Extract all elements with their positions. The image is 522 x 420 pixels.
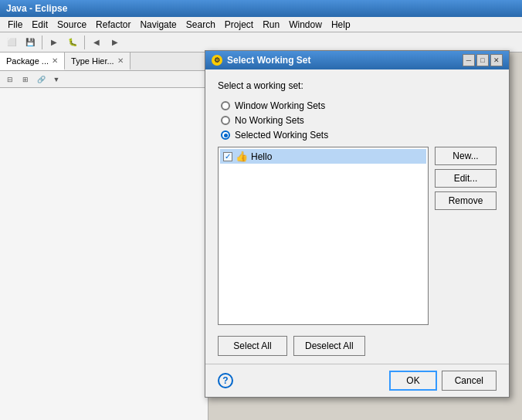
cancel-button[interactable]: Cancel [442, 371, 497, 391]
select-all-button[interactable]: Select All [218, 336, 287, 356]
radio-group: Window Working Sets No Working Sets Sele… [221, 100, 497, 141]
tab-typehier-label: Type Hier... [71, 56, 114, 66]
side-buttons: New... Edit... Remove [435, 147, 497, 325]
toolbar-run[interactable]: ▶ [46, 34, 63, 51]
tab-typehier-close-icon[interactable]: ✕ [117, 56, 124, 65]
menu-run[interactable]: Run [258, 18, 284, 32]
new-button[interactable]: New... [435, 147, 497, 165]
menu-help[interactable]: Help [327, 18, 355, 32]
dialog-minimize-btn[interactable]: ─ [463, 54, 475, 66]
menu-search[interactable]: Search [181, 18, 220, 32]
radio-window-label: Window Working Sets [235, 100, 325, 111]
edit-button[interactable]: Edit... [435, 169, 497, 188]
radio-circle-selected [221, 130, 230, 140]
dialog-title: ⚙ Select Working Set [212, 55, 310, 66]
dialog-title-text: Select Working Set [227, 55, 310, 66]
menu-window[interactable]: Window [284, 18, 327, 32]
menu-project[interactable]: Project [220, 18, 258, 32]
tab-close-icon[interactable]: ✕ [52, 56, 58, 65]
panel-toolbar: ⊟ ⊞ 🔗 ▼ [0, 71, 208, 88]
hello-label: Hello [251, 151, 272, 162]
dialog-prompt: Select a working set: [218, 80, 497, 91]
help-icon[interactable]: ? [218, 373, 233, 388]
deselect-all-button[interactable]: Deselect All [293, 336, 365, 356]
remove-button[interactable]: Remove [435, 191, 497, 210]
title-bar: Java - Eclipse [0, 0, 522, 17]
tab-type-hierarchy[interactable]: Type Hier... ✕ [65, 52, 130, 70]
left-panel: Package ... ✕ Type Hier... ✕ ⊟ ⊞ 🔗 ▼ [0, 52, 208, 420]
toolbar-new[interactable]: ⬜ [3, 34, 20, 51]
panel-link-btn[interactable]: 🔗 [34, 73, 48, 86]
checkbox-hello[interactable]: ✓ [223, 152, 232, 161]
panel-tabs: Package ... ✕ Type Hier... ✕ [0, 52, 208, 71]
menu-source[interactable]: Source [53, 18, 91, 32]
menu-edit[interactable]: Edit [27, 18, 53, 32]
radio-circle-window [221, 101, 230, 110]
select-working-set-dialog: ⚙ Select Working Set ─ □ ✕ Select a work… [205, 50, 510, 398]
working-sets-row: ✓ 👍 Hello New... Edit... Remove [218, 147, 497, 325]
tab-package-label: Package ... [6, 56, 49, 66]
toolbar-debug[interactable]: 🐛 [64, 34, 81, 51]
radio-no-working-sets[interactable]: No Working Sets [221, 115, 497, 126]
dialog-close-btn[interactable]: ✕ [490, 54, 503, 66]
panel-menu-btn[interactable]: ▼ [49, 73, 63, 86]
dialog-title-bar: ⚙ Select Working Set ─ □ ✕ [205, 51, 509, 69]
radio-circle-none [221, 116, 230, 125]
toolbar-sep-2 [84, 36, 85, 49]
toolbar-sep-1 [42, 36, 42, 49]
ide-background: Java - Eclipse File Edit Source Refactor… [0, 0, 522, 420]
hello-icon: 👍 [236, 151, 248, 162]
panel-expand-btn[interactable]: ⊞ [19, 73, 32, 86]
bottom-buttons: Select All Deselect All [218, 336, 497, 356]
toolbar-back[interactable]: ◀ [88, 34, 105, 51]
dialog-window-controls: ─ □ ✕ [463, 54, 503, 66]
dialog-footer: ? OK Cancel [205, 364, 509, 397]
list-item-hello[interactable]: ✓ 👍 Hello [220, 149, 426, 164]
title-text: Java - Eclipse [6, 3, 67, 14]
panel-collapse-btn[interactable]: ⊟ [3, 73, 17, 86]
radio-selected-working-sets[interactable]: Selected Working Sets [221, 130, 497, 141]
menu-bar: File Edit Source Refactor Navigate Searc… [0, 17, 522, 32]
toolbar-save[interactable]: 💾 [22, 34, 39, 51]
menu-navigate[interactable]: Navigate [135, 18, 181, 32]
radio-selected-label: Selected Working Sets [235, 130, 328, 141]
toolbar-forward[interactable]: ▶ [107, 34, 124, 51]
tab-package-explorer[interactable]: Package ... ✕ [0, 52, 65, 70]
menu-file[interactable]: File [3, 18, 27, 32]
dialog-restore-btn[interactable]: □ [476, 54, 489, 66]
ok-button[interactable]: OK [389, 371, 436, 391]
dialog-content: Select a working set: Window Working Set… [205, 69, 509, 364]
radio-window-working-sets[interactable]: Window Working Sets [221, 100, 497, 111]
dialog-icon: ⚙ [212, 55, 222, 66]
footer-buttons: OK Cancel [389, 371, 497, 391]
radio-none-label: No Working Sets [235, 115, 304, 126]
working-sets-list[interactable]: ✓ 👍 Hello [218, 147, 429, 325]
menu-refactor[interactable]: Refactor [91, 18, 135, 32]
